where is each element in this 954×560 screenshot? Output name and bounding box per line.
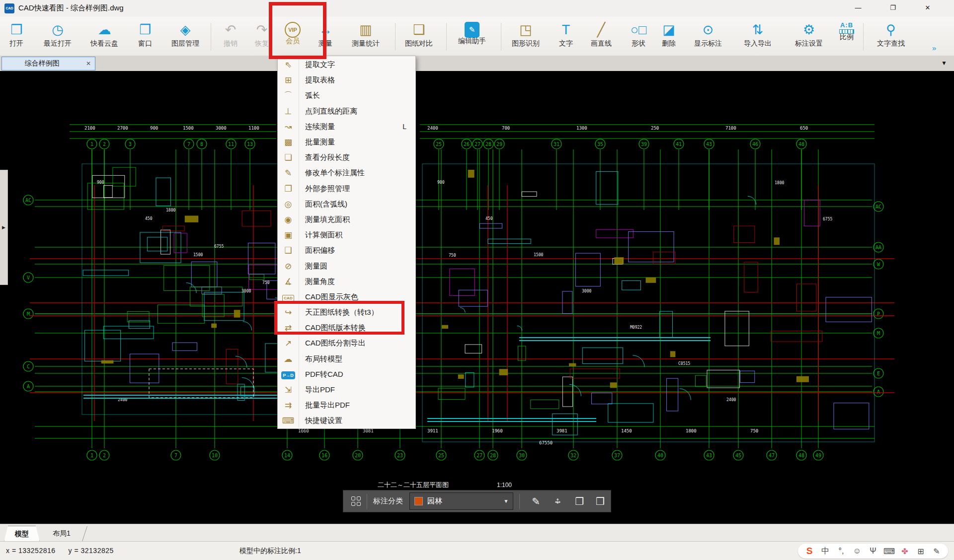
- menu-item-area-with-arc[interactable]: ◎面积(含弧线): [278, 197, 415, 212]
- category-dropdown[interactable]: 园林 ▼: [409, 492, 514, 510]
- svg-text:16: 16: [321, 453, 327, 458]
- category-color-swatch: [414, 497, 423, 505]
- menu-item-batch-measure[interactable]: ▩批量测量: [278, 135, 415, 150]
- toolbar-label: 导入导出: [735, 39, 781, 48]
- tab-list-caret-icon[interactable]: ▼: [941, 60, 947, 67]
- menu-item-pdf-to-cad[interactable]: P→DPDF转CAD: [278, 367, 415, 382]
- svg-text:1500: 1500: [534, 253, 543, 257]
- menu-item-measure-fill-area[interactable]: ◉测量填充面积: [278, 212, 415, 227]
- ime-pen-icon[interactable]: ✎: [931, 547, 942, 556]
- menu-item-label: 布局转模型: [299, 354, 415, 364]
- svg-text:1960: 1960: [492, 428, 503, 433]
- svg-text:6755: 6755: [823, 217, 832, 221]
- ime-toolbox-icon[interactable]: ⊞: [915, 547, 926, 556]
- menu-item-extract-table[interactable]: ⊞提取表格: [278, 72, 415, 88]
- category-value: 园林: [427, 496, 504, 506]
- toolbar-recent-open[interactable]: ◷最近打开: [35, 19, 80, 48]
- toolbar-open[interactable]: ❒打开: [0, 19, 39, 48]
- svg-text:3: 3: [129, 141, 132, 147]
- svg-text:8: 8: [200, 141, 203, 147]
- svg-text:29: 29: [496, 141, 502, 147]
- svg-text:7: 7: [174, 453, 177, 458]
- toolbar-cloud-drive[interactable]: ☁快看云盘: [81, 19, 127, 48]
- toolbar-import-export[interactable]: ⇅导入导出: [735, 19, 781, 48]
- menu-item-label: 提取文字: [299, 60, 415, 70]
- sogou-logo-icon[interactable]: S: [804, 546, 815, 557]
- classify-grid-icon[interactable]: [351, 496, 361, 506]
- toolbar-layer-manager[interactable]: ◈图层管理: [162, 19, 208, 48]
- menu-item-side-area[interactable]: ▣计算侧面积: [278, 227, 415, 243]
- ime-language-icon[interactable]: 中: [820, 546, 831, 557]
- svg-text:1: 1: [90, 141, 93, 147]
- ime-emoji-icon[interactable]: ☺: [852, 547, 863, 556]
- ime-skin-icon[interactable]: ✤: [899, 547, 910, 556]
- menu-item-measure-circle[interactable]: ⊘测量圆: [278, 258, 415, 274]
- menu-item-edit-annot-attr[interactable]: ✎修改单个标注属性: [278, 165, 415, 181]
- menu-item-shortcut: L: [402, 123, 415, 131]
- menu-item-batch-export-pdf[interactable]: ⇉批量导出PDF: [278, 398, 415, 413]
- svg-text:AC: AC: [875, 204, 881, 210]
- measure-stats-icon: ▥: [343, 19, 389, 40]
- side-panel-expand-handle[interactable]: ▶: [0, 170, 8, 285]
- svg-text:E: E: [877, 371, 880, 376]
- toolbar-label: 最近打开: [35, 39, 80, 48]
- minimize-button[interactable]: —: [847, 0, 870, 17]
- toolbar-drawing-compare[interactable]: ❑图纸对比: [396, 19, 442, 48]
- menu-item-layout-to-model[interactable]: ☁布局转模型: [278, 351, 415, 367]
- menu-item-hotkey-settings[interactable]: ⌨快捷键设置: [278, 413, 415, 428]
- continuous-measure-icon: ↝: [278, 122, 299, 132]
- svg-text:32: 32: [570, 453, 576, 458]
- copy-annotation-icon[interactable]: ❐: [575, 496, 584, 506]
- menu-item-extract-text[interactable]: ⇖提取文字: [278, 57, 415, 72]
- import-export-icon: ⇅: [735, 19, 781, 40]
- measure-icon: ↔: [303, 19, 348, 40]
- toolbar-measure-stats[interactable]: ▥测量统计: [343, 19, 389, 48]
- toolbar-edit-assistant[interactable]: ✎编辑助手: [449, 19, 495, 46]
- cursor-coordinates: x = 133252816y = 32132825: [6, 547, 127, 555]
- svg-text:2400: 2400: [726, 398, 736, 402]
- close-button[interactable]: ✕: [916, 0, 939, 17]
- menu-item-area-offset[interactable]: ❑面积偏移: [278, 243, 415, 258]
- svg-text:11: 11: [228, 141, 234, 147]
- toolbar-show-annotation[interactable]: ⊙显示标注: [685, 19, 731, 48]
- menu-item-measure-angle[interactable]: ∡测量角度: [278, 274, 415, 289]
- menu-item-segment-length[interactable]: ❏查看分段长度: [278, 150, 415, 165]
- menu-item-export-pdf[interactable]: ⇲导出PDF: [278, 382, 415, 398]
- menu-item-version-convert[interactable]: ⇄CAD图纸版本转换: [278, 320, 415, 336]
- cad-canvas[interactable]: 1237811132526272829313539414346481271014…: [0, 71, 954, 524]
- tab-model[interactable]: 模型: [4, 526, 40, 542]
- menu-item-point-line-dist[interactable]: ⊥点到直线的距离: [278, 104, 415, 119]
- svg-text:35: 35: [597, 141, 603, 147]
- expand-arrow-icon: ▶: [2, 225, 5, 230]
- measure-circle-icon: ⊘: [278, 261, 299, 272]
- maximize-button[interactable]: ❐: [881, 0, 904, 17]
- ime-keyboard-icon[interactable]: ⌨: [883, 547, 894, 556]
- tab-close-icon[interactable]: ✕: [82, 60, 95, 67]
- toolbar-window[interactable]: ❐窗口: [122, 19, 168, 48]
- svg-text:3000: 3000: [216, 126, 227, 131]
- svg-text:43: 43: [706, 453, 712, 458]
- layout-tab-strip: 模型 布局1: [0, 524, 954, 541]
- svg-text:1100: 1100: [248, 126, 259, 131]
- ime-mic-icon[interactable]: Ψ: [868, 547, 878, 556]
- ime-punct-icon[interactable]: °,: [836, 547, 847, 556]
- paste-annotation-icon[interactable]: ❒: [596, 496, 605, 506]
- edit-annotation-icon[interactable]: ✎: [532, 496, 540, 506]
- svg-text:V: V: [27, 275, 30, 280]
- menu-item-continuous-measure[interactable]: ↝连续测量L: [278, 119, 415, 135]
- svg-text:3081: 3081: [363, 428, 374, 433]
- menu-item-xref-manager[interactable]: ❐外部参照管理: [278, 181, 415, 197]
- menu-item-split-export[interactable]: ↗CAD图纸分割导出: [278, 336, 415, 351]
- toolbar-measure[interactable]: ↔测量: [303, 19, 348, 48]
- move-annotation-icon[interactable]: ↔↕: [552, 495, 563, 507]
- svg-text:450: 450: [145, 216, 153, 221]
- tab-document[interactable]: 综合样例图 ✕: [1, 57, 95, 70]
- toolbar-find-text[interactable]: ⚲文字查找: [868, 19, 914, 48]
- menu-item-tangent-convert[interactable]: ↪天正图纸转换（转t3）: [278, 305, 415, 320]
- toolbar-shape-recognize[interactable]: ◳图形识别: [503, 19, 549, 48]
- toolbar-overflow-chevron[interactable]: »: [932, 44, 936, 52]
- hotkey-settings-icon: ⌨: [278, 416, 299, 426]
- menu-item-cad-gray-display[interactable]: CADCAD图显示灰色: [278, 289, 415, 305]
- menu-item-arc-length[interactable]: ⌒弧长: [278, 88, 415, 103]
- tab-layout1[interactable]: 布局1: [41, 526, 82, 542]
